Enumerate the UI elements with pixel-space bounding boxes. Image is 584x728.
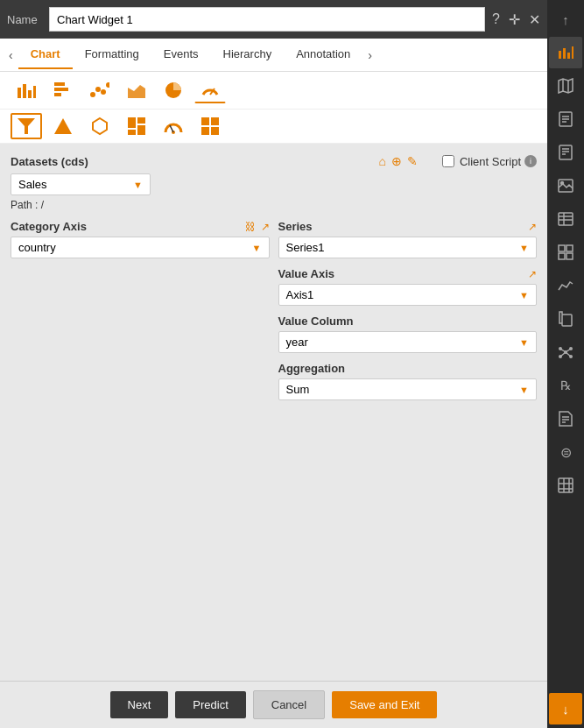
chart-area-type[interactable] [121,77,152,103]
svg-rect-30 [572,46,573,59]
value-axis-nav-icon[interactable]: ↗ [528,268,537,280]
tab-hierarchy[interactable]: Hierarchy [211,40,285,69]
right-sidebar: ↑ ℞ ⊜ ↓ [547,0,584,728]
datasets-add-icon[interactable]: ⊕ [391,154,402,168]
footer: Next Predict Cancel Save and Exit [0,681,547,728]
sidebar-file-icon[interactable] [549,103,582,135]
svg-rect-4 [54,82,65,86]
series-section: Series ↗ Series1 ▼ Value Axis ↗ Axi [278,220,538,400]
category-axis-nav-icon[interactable]: ↗ [261,221,270,233]
tab-events[interactable]: Events [151,40,211,69]
svg-rect-19 [137,125,145,135]
series-group: Series ↗ Series1 ▼ [278,220,538,258]
svg-marker-31 [559,79,573,93]
tab-left-arrow[interactable]: ‹ [4,48,18,62]
svg-rect-27 [559,51,561,59]
datasets-edit-icon[interactable]: ✎ [407,154,418,168]
datasets-home-icon[interactable]: ⌂ [378,154,385,168]
datasets-select[interactable]: Sales ▼ [11,173,151,195]
aggregation-label: Aggregation [278,362,538,375]
sidebar-grid-icon[interactable] [549,237,582,268]
chart-line-type[interactable] [84,77,116,103]
svg-line-59 [566,349,571,352]
value-axis-select[interactable]: Axis1 ▼ [278,284,538,306]
svg-rect-3 [33,86,36,98]
sidebar-copy-icon[interactable] [549,303,582,335]
path-row: Path : / [11,199,537,211]
predict-button[interactable]: Predict [175,691,245,718]
value-column-label: Value Column [278,315,538,328]
svg-marker-11 [128,85,145,98]
help-icon[interactable]: ? [492,11,500,27]
move-icon[interactable]: ✛ [509,11,520,28]
svg-point-10 [107,83,109,87]
value-axis-arrow: ▼ [519,290,529,300]
sidebar-chart-icon[interactable] [549,37,582,68]
series-select[interactable]: Series1 ▼ [278,237,538,258]
svg-marker-14 [18,118,35,134]
svg-rect-24 [211,117,219,125]
widget-name-input[interactable] [49,7,485,32]
tab-right-arrow[interactable]: › [362,48,377,62]
close-icon[interactable]: ✕ [529,11,540,28]
chart-treemap-type[interactable] [121,113,152,139]
chart-hexagon-type[interactable] [84,113,116,139]
sidebar-doc2-icon[interactable] [549,403,582,435]
tab-chart[interactable]: Chart [18,40,73,69]
svg-line-58 [560,349,566,352]
client-script-row: Client Script i [442,155,537,168]
svg-rect-50 [559,253,565,259]
sidebar-rx-icon[interactable]: ℞ [549,370,582,401]
category-axis-select[interactable]: country ▼ [11,237,270,258]
svg-rect-38 [559,145,572,159]
series-nav-icon[interactable]: ↗ [528,221,537,233]
sidebar-linechart-icon[interactable] [549,270,582,301]
sidebar-grid2-icon[interactable] [549,470,582,501]
category-axis-network-icon[interactable]: ⛓ [245,221,256,233]
info-icon: i [524,155,537,167]
svg-rect-17 [128,117,136,128]
value-column-group: Value Column year ▼ [278,315,538,353]
cancel-button[interactable]: Cancel [253,690,325,719]
sidebar-download-icon[interactable]: ↓ [549,693,582,724]
save-exit-button[interactable]: Save and Exit [332,691,437,718]
svg-rect-28 [563,48,566,59]
svg-rect-6 [54,93,61,96]
sidebar-layers-icon[interactable]: ⊜ [549,436,582,468]
svg-rect-25 [201,127,209,135]
axis-series-section: Category Axis ⛓ ↗ country ▼ Series [11,220,537,400]
chart-filter-type[interactable] [11,113,42,139]
chart-type-row2 [0,110,547,144]
chart-hbar-type[interactable] [47,77,79,103]
client-script-label: Client Script i [460,155,537,168]
chart-speed-type[interactable] [158,113,189,139]
datasets-icons: ⌂ ⊕ ✎ [378,154,417,168]
svg-rect-44 [559,213,573,225]
sidebar-image-icon[interactable] [549,170,582,201]
svg-rect-48 [559,245,565,251]
sidebar-network-icon[interactable] [549,336,582,368]
value-column-select[interactable]: year ▼ [278,331,538,353]
chart-gauge-type[interactable] [194,77,226,103]
sidebar-table-icon[interactable] [549,203,582,235]
chart-pie-type[interactable] [158,77,189,103]
svg-marker-16 [93,118,107,134]
chart-multi-type[interactable] [194,113,226,139]
svg-point-9 [102,90,105,94]
chart-bar-type[interactable] [11,77,42,103]
tab-annotation[interactable]: Annotation [284,40,362,69]
datasets-section: Datasets (cds) ⌂ ⊕ ✎ Client Script i Sal… [11,154,537,211]
aggregation-select[interactable]: Sum ▼ [278,378,538,400]
next-button[interactable]: Next [110,691,169,718]
svg-rect-20 [128,130,136,135]
header: Name ? ✛ ✕ [0,0,547,39]
chart-pyramid-type[interactable] [47,113,79,139]
sidebar-map-icon[interactable] [549,70,582,102]
series-label: Series ↗ [278,220,538,233]
tab-formatting[interactable]: Formatting [73,40,151,69]
sidebar-doc-icon[interactable] [549,137,582,168]
svg-line-60 [560,352,566,357]
sidebar-upload-icon[interactable]: ↑ [549,4,582,35]
client-script-checkbox[interactable] [442,155,454,167]
value-axis-label: Value Axis ↗ [278,267,538,280]
